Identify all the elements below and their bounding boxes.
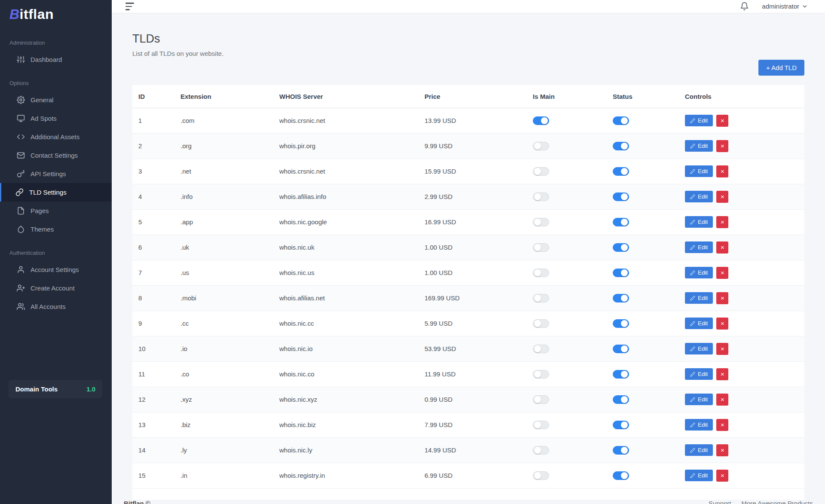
- edit-button[interactable]: Edit: [685, 419, 713, 431]
- edit-button[interactable]: Edit: [685, 343, 713, 354]
- cell-whois-server: whois.nic.biz: [274, 412, 419, 437]
- edit-button[interactable]: Edit: [685, 368, 713, 380]
- status-toggle[interactable]: [613, 294, 629, 302]
- delete-button[interactable]: ×: [716, 419, 728, 431]
- cell-id: 1: [132, 108, 175, 133]
- sidebar-item-general[interactable]: General: [0, 91, 112, 109]
- delete-button[interactable]: ×: [716, 165, 728, 177]
- is-main-toggle[interactable]: [533, 269, 549, 277]
- cell-price: 13.99 USD: [419, 108, 528, 133]
- status-toggle[interactable]: [613, 142, 629, 150]
- delete-button[interactable]: ×: [716, 292, 728, 304]
- delete-button[interactable]: ×: [716, 368, 728, 380]
- bell-icon: [740, 2, 749, 11]
- support-link[interactable]: Support: [709, 500, 731, 504]
- is-main-toggle[interactable]: [533, 471, 549, 480]
- sidebar-item-tld-settings[interactable]: TLD Settings: [0, 183, 112, 202]
- version-badge: 1.0: [86, 385, 95, 393]
- edit-button[interactable]: Edit: [685, 241, 713, 253]
- is-main-toggle[interactable]: [533, 370, 549, 379]
- cell-whois-server: whois.nic.uk: [274, 235, 419, 260]
- pencil-icon: [690, 220, 695, 225]
- sidebar-item-all-accounts[interactable]: All Accounts: [0, 297, 112, 316]
- status-toggle[interactable]: [613, 218, 629, 226]
- status-toggle[interactable]: [613, 395, 629, 404]
- sidebar-item-api-settings[interactable]: API Settings: [0, 165, 112, 183]
- delete-button[interactable]: ×: [716, 140, 728, 152]
- edit-button[interactable]: Edit: [685, 216, 713, 228]
- is-main-toggle[interactable]: [533, 446, 549, 455]
- notifications-button[interactable]: [738, 0, 751, 12]
- is-main-toggle[interactable]: [533, 294, 549, 302]
- sidebar-item-contact-settings[interactable]: Contact Settings: [0, 146, 112, 165]
- is-main-toggle[interactable]: [533, 319, 549, 328]
- user-menu[interactable]: administrator: [762, 3, 808, 10]
- edit-button[interactable]: Edit: [685, 115, 713, 126]
- edit-button[interactable]: Edit: [685, 140, 713, 152]
- delete-button[interactable]: ×: [716, 318, 728, 330]
- edit-button[interactable]: Edit: [685, 191, 713, 202]
- is-main-toggle[interactable]: [533, 116, 549, 125]
- delete-button[interactable]: ×: [716, 394, 728, 406]
- status-toggle[interactable]: [613, 345, 629, 353]
- is-main-toggle[interactable]: [533, 142, 549, 150]
- status-toggle[interactable]: [613, 370, 629, 379]
- cell-extension: .xyz: [175, 387, 274, 412]
- delete-button[interactable]: ×: [716, 115, 728, 127]
- is-main-toggle[interactable]: [533, 345, 549, 353]
- edit-button[interactable]: Edit: [685, 292, 713, 304]
- table-header-row: ID Extension WHOIS Server Price Is Main …: [132, 85, 804, 108]
- sidebar-toggle-button[interactable]: [123, 0, 137, 13]
- delete-button[interactable]: ×: [716, 343, 728, 355]
- sidebar-item-create-account[interactable]: Create Account: [0, 279, 112, 297]
- sidebar-item-account-settings[interactable]: Account Settings: [0, 260, 112, 279]
- sidebar-item-ad-spots[interactable]: Ad Spots: [0, 109, 112, 128]
- delete-button[interactable]: ×: [716, 470, 728, 482]
- delete-button[interactable]: ×: [716, 216, 728, 228]
- table-row: 7.uswhois.nic.us1.00 USDEdit×: [132, 260, 804, 285]
- is-main-toggle[interactable]: [533, 167, 549, 176]
- sidebar-item-label: General: [31, 96, 53, 104]
- delete-button[interactable]: ×: [716, 444, 728, 456]
- edit-button[interactable]: Edit: [685, 318, 713, 329]
- cell-price: 169.99 USD: [419, 285, 528, 311]
- user-plus-icon: [17, 284, 25, 292]
- status-toggle[interactable]: [613, 319, 629, 328]
- is-main-toggle[interactable]: [533, 243, 549, 252]
- code-icon: [17, 133, 25, 141]
- sidebar-item-additional-assets[interactable]: Additional Assets: [0, 128, 112, 146]
- cell-extension: .com: [175, 108, 274, 133]
- delete-button[interactable]: ×: [716, 267, 728, 279]
- is-main-toggle[interactable]: [533, 421, 549, 429]
- status-toggle[interactable]: [613, 421, 629, 429]
- edit-button[interactable]: Edit: [685, 444, 713, 456]
- status-toggle[interactable]: [613, 269, 629, 277]
- user-icon: [17, 266, 25, 274]
- edit-button[interactable]: Edit: [685, 267, 713, 278]
- sidebar-item-themes[interactable]: Themes: [0, 220, 112, 238]
- status-toggle[interactable]: [613, 446, 629, 455]
- status-toggle[interactable]: [613, 116, 629, 125]
- status-toggle[interactable]: [613, 243, 629, 252]
- is-main-toggle[interactable]: [533, 192, 549, 201]
- status-toggle[interactable]: [613, 167, 629, 176]
- delete-button[interactable]: ×: [716, 241, 728, 254]
- is-main-toggle[interactable]: [533, 395, 549, 404]
- status-toggle[interactable]: [613, 192, 629, 201]
- sidebar-section-title-administration: Administration: [0, 28, 112, 50]
- status-toggle[interactable]: [613, 471, 629, 480]
- brand-logo[interactable]: Bitflan: [0, 0, 112, 28]
- cell-price: 5.99 USD: [419, 311, 528, 336]
- cell-id: 7: [132, 260, 175, 285]
- edit-button[interactable]: Edit: [685, 165, 713, 177]
- add-tld-button[interactable]: + Add TLD: [758, 60, 804, 76]
- edit-button[interactable]: Edit: [685, 470, 713, 481]
- is-main-toggle[interactable]: [533, 218, 549, 226]
- sidebar-item-pages[interactable]: Pages: [0, 202, 112, 220]
- cell-id: 10: [132, 336, 175, 361]
- sidebar-item-dashboard[interactable]: Dashboard: [0, 50, 112, 69]
- page-title: TLDs: [132, 32, 804, 46]
- delete-button[interactable]: ×: [716, 191, 728, 203]
- more-products-link[interactable]: More Awesome Products: [742, 500, 813, 504]
- edit-button[interactable]: Edit: [685, 394, 713, 405]
